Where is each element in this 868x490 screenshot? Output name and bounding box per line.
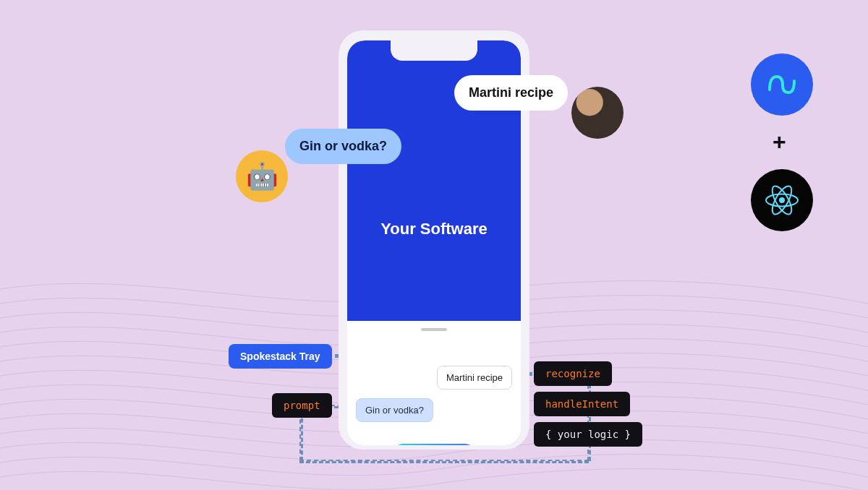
react-logo-icon — [751, 169, 813, 231]
prompt-label: prompt — [272, 393, 332, 418]
connector-line — [299, 460, 589, 463]
bot-avatar: 🤖 — [236, 150, 288, 202]
listening-button[interactable]: LISTENING — [391, 444, 476, 445]
drag-handle-icon[interactable] — [421, 328, 447, 331]
spokestack-tray: Martini recipe Gin or vodka? LISTENING — [347, 321, 521, 445]
svg-point-0 — [779, 197, 785, 203]
robot-icon: 🤖 — [246, 161, 278, 192]
user-avatar — [571, 87, 624, 139]
user-speech-bubble: Martini recipe — [454, 75, 568, 111]
connector-line — [587, 377, 591, 461]
your-logic-label: { your logic } — [534, 422, 642, 447]
phone-title: Your Software — [347, 220, 521, 238]
plus-icon: + — [773, 129, 786, 155]
tray-bot-message: Gin or vodka? — [356, 398, 433, 422]
bot-speech-bubble: Gin or vodka? — [285, 129, 401, 164]
phone-notch — [391, 40, 477, 61]
connector-line — [299, 412, 303, 461]
tray-user-message: Martini recipe — [437, 366, 512, 390]
spokestack-logo-icon — [751, 53, 813, 116]
recognize-label: recognize — [534, 361, 612, 386]
spokestack-tray-label: Spokestack Tray — [229, 344, 332, 369]
handle-intent-label: handleIntent — [534, 392, 630, 416]
